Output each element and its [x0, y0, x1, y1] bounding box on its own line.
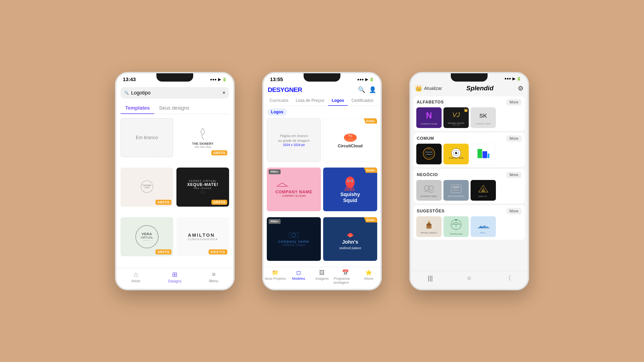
- crown-icon: 👑: [415, 85, 422, 92]
- logo-thumb-travel[interactable]: TRAVEL AGENCY: [416, 216, 442, 237]
- template-card-blank[interactable]: Em branco: [120, 118, 173, 157]
- svg-text:Guimarães: Guimarães: [142, 184, 151, 186]
- filter-badge-logos[interactable]: Logos: [267, 108, 287, 116]
- search-input-1[interactable]: [131, 90, 220, 96]
- squid-icon: [343, 175, 357, 191]
- nav-inicio-label: Início: [132, 279, 140, 283]
- nav2-programar[interactable]: 📅 Programar postagem: [334, 269, 357, 284]
- svg-text:Cartas: Cartas: [144, 187, 149, 188]
- tab-seus-designs[interactable]: Seus designs: [154, 103, 194, 114]
- close-icon-1[interactable]: ✕: [222, 90, 226, 95]
- template-card-amilton[interactable]: AMILTON CLÍNICA FISIOFÍSICA GRÁTIS: [176, 217, 229, 256]
- logo-thumb-bizmet[interactable]: BUSINESS MEET: [416, 180, 442, 201]
- template-card-skinery[interactable]: THE SKINERY Skin Hair Style GRÁTIS: [176, 118, 229, 157]
- phone-1-screen: 13:43 ●●● ▶ 🔋 🔍 ✕ Templates Seus designs: [116, 73, 233, 289]
- template-card-guimaraes[interactable]: Guimarães Cartas GRÁTIS: [120, 168, 173, 207]
- nav2-projetos[interactable]: 📁 Seus Projetos: [264, 269, 287, 284]
- tab-documentos[interactable]: Documentos: [377, 96, 380, 106]
- logo-thumb-resort[interactable]: Resort...: [470, 216, 496, 237]
- svg-rect-40: [427, 226, 428, 228]
- nav-designs-label: Designs: [168, 279, 182, 283]
- section-title-sugestoes: SUGESTÕES: [417, 209, 444, 214]
- more-btn-sugestoes[interactable]: More: [506, 208, 522, 214]
- blank-label: Em branco: [136, 135, 158, 140]
- programar-icon: 📅: [342, 269, 349, 276]
- status-icons-1: ●●● ▶ 🔋: [210, 77, 227, 82]
- time-1: 13:43: [123, 76, 136, 82]
- logos-scroll-alfabetos: N COMPANY NAME VJ Sebastian Clements: [414, 107, 525, 131]
- phones-container: 13:43 ●●● ▶ 🔋 🔍 ✕ Templates Seus designs: [115, 72, 529, 290]
- tab-logos[interactable]: Logos: [328, 96, 348, 106]
- svg-text:House: House: [426, 153, 432, 155]
- section-sugestoes: SUGESTÕES More: [414, 205, 525, 240]
- notch-2: [304, 73, 340, 82]
- nav2-ativos[interactable]: ⭐ Ativos: [357, 269, 380, 284]
- logo-thumb-sk[interactable]: SK COMPANY NAME: [470, 107, 496, 128]
- logo-card-dark[interactable]: PRO+ company name company slogan: [267, 217, 321, 261]
- nav3-recent[interactable]: |||: [411, 274, 450, 283]
- designs-icon: ⊞: [172, 271, 177, 278]
- logo-card-circuit[interactable]: Grátis CircuitCloud: [323, 118, 377, 162]
- logo-thumb-idealtr[interactable]: IDEAL TR...: [470, 180, 496, 201]
- nav3-back[interactable]: 〈: [489, 274, 528, 283]
- atualizar-text[interactable]: Atualizar: [424, 86, 442, 91]
- phone-3-screen: ●●● ▶ 🔋 👑 Atualizar Splendid ⚙: [411, 73, 528, 289]
- template-card-vera[interactable]: VERA VIRTUAL — — — GRÁTIS: [120, 217, 173, 256]
- bottom-nav-2: 📁 Seus Projetos ◻ Modelos 🖼 Imagens 📅 Pr…: [264, 267, 380, 289]
- badge-skinery: GRÁTIS: [211, 150, 227, 155]
- badge-squid: Grátis: [364, 168, 377, 173]
- phone-3: ●●● ▶ 🔋 👑 Atualizar Splendid ⚙: [410, 72, 529, 290]
- logo-card-blank[interactable]: Página em brancoou grade de imagem 1024 …: [267, 118, 321, 162]
- more-btn-alfabetos[interactable]: More: [506, 99, 522, 105]
- splendid-logo: Splendid: [466, 85, 493, 92]
- tab-curriculos[interactable]: Currículos: [266, 96, 292, 106]
- nav-designs[interactable]: ⊞ Designs: [155, 271, 194, 283]
- svg-point-30: [424, 186, 429, 190]
- logo-card-squid[interactable]: Grátis: [323, 168, 377, 211]
- dark-logo-icon: [288, 232, 300, 239]
- tab-lista-precos[interactable]: Lista de Preços: [292, 96, 328, 106]
- badge-vera: GRÁTIS: [156, 249, 171, 254]
- badge-guimaraes: GRÁTIS: [156, 200, 171, 205]
- gear-icon[interactable]: ⚙: [518, 85, 524, 92]
- logo-thumb-company-blue[interactable]: [470, 144, 496, 164]
- badge-circuit: Grátis: [364, 118, 377, 124]
- template-card-xequemate[interactable]: XADREZ VIRTUAL XEQUE-MATE! PRO LEAGUE GR…: [176, 168, 229, 207]
- svg-rect-6: [349, 135, 350, 136]
- svg-point-14: [292, 233, 296, 237]
- nav3-home[interactable]: ○: [450, 274, 488, 283]
- status-icons-2: ●●● ▶ 🔋: [357, 77, 374, 82]
- more-btn-negocio[interactable]: More: [506, 172, 522, 178]
- svg-rect-7: [351, 135, 352, 137]
- logos-scroll-sugestoes: TRAVEL AGENCY: [414, 216, 525, 240]
- logo-thumb-infobiz[interactable]: INFO BUSINESS: [444, 180, 469, 201]
- search-bar-1[interactable]: 🔍 ✕: [120, 87, 229, 99]
- logo-thumb-cinema[interactable]: Cinema House: [416, 144, 442, 164]
- section-title-negocio: NEGÓCIO: [417, 172, 438, 177]
- logos-scroll-comum: Cinema House: [414, 144, 525, 167]
- logo-thumb-gear[interactable]: COMPANY NAME: [444, 144, 469, 164]
- nav2-modelos[interactable]: ◻ Modelos: [287, 269, 310, 284]
- nav2-imagens[interactable]: 🖼 Imagens: [310, 269, 334, 284]
- svg-text:COMPANY NAME: COMPANY NAME: [448, 157, 464, 159]
- search-icon-2[interactable]: 🔍: [358, 86, 365, 93]
- svg-rect-29: [488, 154, 490, 158]
- logo-card-johns[interactable]: Grátis John's seafood palace: [323, 217, 377, 261]
- nav-inicio[interactable]: ⌂ Início: [116, 271, 155, 283]
- logo-thumb-vj[interactable]: VJ Sebastian Clements YOU LIVE 👑: [444, 107, 469, 128]
- bottom-nav-1: ⌂ Início ⊞ Designs ≡ Menu: [116, 268, 233, 289]
- logo-thumb-travelling[interactable]: TRAVELLINN: [444, 216, 469, 237]
- nav2-ativos-label: Ativos: [364, 277, 374, 280]
- logo-card-pink[interactable]: PRO+ COMPANY NAME COMPANY SLOGAN: [267, 168, 321, 211]
- logo-thumb-n[interactable]: N COMPANY NAME: [416, 107, 442, 128]
- nav-menu[interactable]: ≡ Menu: [194, 271, 233, 283]
- notch-1: [156, 73, 193, 82]
- svg-point-31: [429, 186, 434, 190]
- more-btn-comum[interactable]: More: [506, 135, 522, 142]
- svg-rect-35: [453, 188, 458, 189]
- svg-rect-34: [453, 187, 460, 188]
- account-icon[interactable]: 👤: [369, 86, 376, 93]
- nav-menu-label: Menu: [209, 279, 218, 283]
- tab-certificados[interactable]: Certificados: [348, 96, 377, 106]
- tab-templates[interactable]: Templates: [120, 103, 154, 114]
